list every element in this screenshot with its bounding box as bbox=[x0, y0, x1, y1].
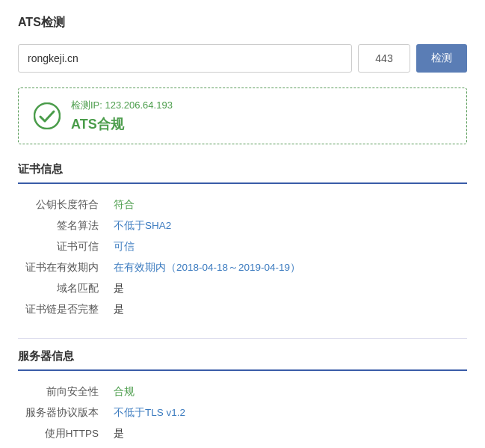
svg-point-0 bbox=[34, 103, 60, 129]
row-label: 证书链是否完整 bbox=[18, 299, 108, 320]
row-label: 域名匹配 bbox=[18, 278, 108, 299]
row-value: 在有效期内（2018-04-18～2019-04-19） bbox=[108, 257, 467, 278]
row-label: 证书在有效期内 bbox=[18, 257, 108, 278]
row-value: 是 bbox=[108, 278, 467, 299]
row-value: 可信 bbox=[108, 236, 467, 257]
cert-table: 公钥长度符合符合签名算法不低于SHA2证书可信可信证书在有效期内在有效期内（20… bbox=[18, 194, 467, 320]
result-box: 检测IP: 123.206.64.193 ATS合规 bbox=[18, 88, 467, 144]
check-circle-icon bbox=[34, 102, 61, 129]
server-section: 服务器信息 前向安全性合规服务器协议版本不低于TLS v1.2使用HTTPS是 bbox=[18, 349, 467, 444]
cert-section-title: 证书信息 bbox=[18, 162, 467, 184]
cert-section: 证书信息 公钥长度符合符合签名算法不低于SHA2证书可信可信证书在有效期内在有效… bbox=[18, 162, 467, 320]
table-row: 证书链是否完整是 bbox=[18, 299, 467, 320]
check-button[interactable]: 检测 bbox=[416, 44, 467, 73]
row-value: 不低于TLS v1.2 bbox=[108, 402, 467, 423]
domain-input[interactable] bbox=[18, 44, 352, 73]
row-value: 是 bbox=[108, 423, 467, 444]
row-label: 证书可信 bbox=[18, 236, 108, 257]
table-row: 证书可信可信 bbox=[18, 236, 467, 257]
section-divider bbox=[18, 338, 467, 339]
search-bar: 检测 bbox=[18, 44, 467, 73]
row-label: 签名算法 bbox=[18, 215, 108, 236]
row-label: 前向安全性 bbox=[18, 381, 108, 402]
table-row: 签名算法不低于SHA2 bbox=[18, 215, 467, 236]
table-row: 使用HTTPS是 bbox=[18, 423, 467, 444]
page-title: ATS检测 bbox=[18, 15, 467, 31]
table-row: 公钥长度符合符合 bbox=[18, 194, 467, 215]
row-value: 合规 bbox=[108, 381, 467, 402]
server-table: 前向安全性合规服务器协议版本不低于TLS v1.2使用HTTPS是 bbox=[18, 381, 467, 444]
result-ip: 检测IP: 123.206.64.193 bbox=[71, 99, 173, 112]
row-label: 公钥长度符合 bbox=[18, 194, 108, 215]
port-input[interactable] bbox=[358, 44, 410, 73]
table-row: 前向安全性合规 bbox=[18, 381, 467, 402]
row-label: 使用HTTPS bbox=[18, 423, 108, 444]
table-row: 域名匹配是 bbox=[18, 278, 467, 299]
row-value: 符合 bbox=[108, 194, 467, 215]
result-text: 检测IP: 123.206.64.193 ATS合规 bbox=[71, 99, 173, 133]
table-row: 服务器协议版本不低于TLS v1.2 bbox=[18, 402, 467, 423]
row-value: 不低于SHA2 bbox=[108, 215, 467, 236]
table-row: 证书在有效期内在有效期内（2018-04-18～2019-04-19） bbox=[18, 257, 467, 278]
row-label: 服务器协议版本 bbox=[18, 402, 108, 423]
result-status: ATS合规 bbox=[71, 115, 173, 133]
row-value: 是 bbox=[108, 299, 467, 320]
server-section-title: 服务器信息 bbox=[18, 349, 467, 371]
